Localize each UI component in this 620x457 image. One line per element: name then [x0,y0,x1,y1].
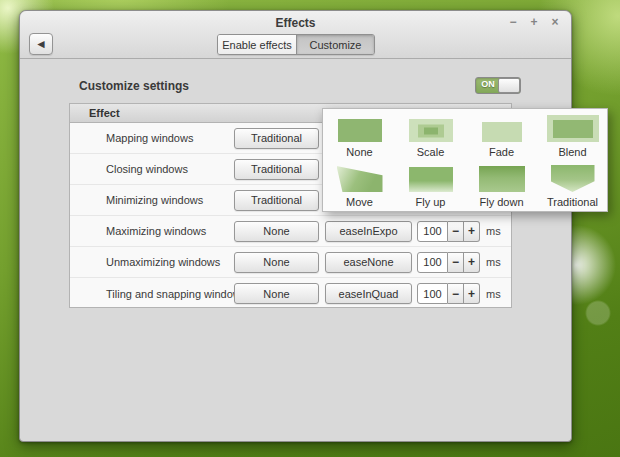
spinner-plus-button[interactable]: + [464,221,480,242]
effect-fly-up-icon [409,167,453,192]
window-controls: − + × [507,15,561,29]
spinner-minus-button[interactable]: − [448,283,464,304]
easing-select-button[interactable]: easeNone [325,252,412,273]
table-row: Tiling and snapping windows None easeInQ… [70,278,511,309]
effect-option-fade[interactable]: Fade [466,112,537,158]
easing-select-button[interactable]: easeInExpo [325,221,412,242]
effect-option-label: Fade [489,146,514,158]
row-label: Mapping windows [106,132,193,144]
spinner-plus-button[interactable]: + [464,283,480,304]
table-row: Maximizing windows None easeInExpo − + m… [70,216,511,247]
tab-group: Enable effects Customize [217,34,375,55]
table-row: Unmaximizing windows None easeNone − + m… [70,247,511,278]
effect-select-button[interactable]: None [234,221,319,242]
effects-on-toggle[interactable]: ON [475,77,521,94]
effect-option-label: Move [346,196,373,208]
effect-option-label: None [346,146,372,158]
effect-scale-icon [409,119,453,142]
minimize-icon[interactable]: − [507,15,519,29]
effects-window: Effects − + × ◄ Enable effects Customize… [19,10,572,442]
window-title: Effects [20,16,571,30]
duration-spinner: − + [417,221,480,242]
row-label: Maximizing windows [106,225,206,237]
effect-move-icon [337,166,383,192]
row-label: Minimizing windows [106,194,203,206]
back-arrow-icon: ◄ [35,37,47,51]
row-label: Unmaximizing windows [106,256,220,268]
effect-picker-popup: None Scale Fade Blend Move Fly up Fly do… [322,108,608,212]
effect-fade-icon [482,122,522,142]
duration-spinner: − + [417,252,480,273]
unit-label: ms [486,288,501,300]
effect-select-button[interactable]: Traditional [234,128,319,149]
spinner-plus-button[interactable]: + [464,252,480,273]
effect-option-traditional[interactable]: Traditional [537,162,608,208]
row-label: Tiling and snapping windows [106,288,246,300]
unit-label: ms [486,256,501,268]
effect-option-label: Fly down [479,196,523,208]
effect-option-move[interactable]: Move [324,162,395,208]
toggle-on-label: ON [476,79,500,89]
tab-customize[interactable]: Customize [296,35,374,54]
effect-option-scale[interactable]: Scale [395,112,466,158]
toggle-knob[interactable] [498,78,520,93]
effect-select-button[interactable]: Traditional [234,159,319,180]
spinner-minus-button[interactable]: − [448,221,464,242]
back-button[interactable]: ◄ [29,33,53,55]
duration-input[interactable] [417,252,448,273]
desktop-background: Effects − + × ◄ Enable effects Customize… [0,0,620,457]
customize-settings-row: Customize settings ON [79,77,521,94]
effect-fly-down-icon [479,166,525,192]
effect-option-label: Scale [417,146,445,158]
headerbar: Effects − + × ◄ Enable effects Customize [20,11,571,59]
effect-option-label: Blend [558,146,586,158]
duration-input[interactable] [417,221,448,242]
effect-option-fly-up[interactable]: Fly up [395,162,466,208]
spinner-minus-button[interactable]: − [448,252,464,273]
effect-option-fly-down[interactable]: Fly down [466,162,537,208]
effect-blend-icon [547,115,599,142]
effect-traditional-icon [551,165,595,192]
duration-input[interactable] [417,283,448,304]
duration-spinner: − + [417,283,480,304]
effect-option-label: Traditional [547,196,598,208]
easing-select-button[interactable]: easeInQuad [325,283,412,304]
close-icon[interactable]: × [549,15,561,29]
tab-enable-effects[interactable]: Enable effects [218,35,296,54]
effect-none-icon [338,119,382,142]
effect-select-button[interactable]: None [234,252,319,273]
effect-option-label: Fly up [416,196,446,208]
maximize-icon[interactable]: + [528,15,540,29]
effect-select-button[interactable]: Traditional [234,190,319,211]
effect-option-blend[interactable]: Blend [537,112,608,158]
effect-option-none[interactable]: None [324,112,395,158]
section-title: Customize settings [79,79,189,93]
row-label: Closing windows [106,163,188,175]
unit-label: ms [486,225,501,237]
effect-select-button[interactable]: None [234,283,319,304]
